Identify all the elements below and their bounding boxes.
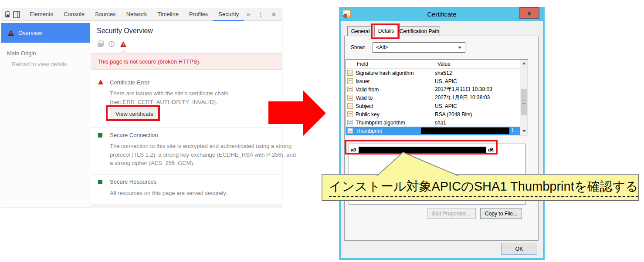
scrollbar-grip bbox=[522, 101, 525, 104]
panel-bottom-strip bbox=[91, 204, 282, 208]
field-name: Signature hash algorithm bbox=[356, 70, 435, 76]
field-icon bbox=[347, 95, 353, 101]
table-row[interactable]: Valid to2027年1月9日 10:38:03 bbox=[346, 94, 520, 102]
devtools-toolbar: ElementsConsoleSourcesNetworkTimelinePro… bbox=[1, 8, 282, 21]
cert-table-rows: Signature hash algorithmsha512IssuerUS, … bbox=[346, 69, 520, 135]
field-name: Thumbprint algorithm bbox=[356, 120, 435, 126]
warning-triangle-icon: ! bbox=[8, 30, 14, 36]
certificate-dialog: Certificate x General Details Certificat… bbox=[339, 7, 545, 260]
field-icon bbox=[347, 111, 353, 117]
show-dropdown-value: <All> bbox=[376, 44, 388, 50]
devtools-sidebar: ! Overview Main Origin Reload to view de… bbox=[1, 21, 90, 208]
field-icon bbox=[347, 78, 353, 84]
devtools-tab-elements[interactable]: Elements bbox=[24, 8, 58, 21]
screenshot-root: ElementsConsoleSourcesNetworkTimelinePro… bbox=[0, 0, 644, 262]
field-value: US, APIC bbox=[435, 103, 520, 109]
scrollbar-thumb[interactable] bbox=[521, 89, 527, 115]
reload-hint-label: Reload to view details bbox=[12, 61, 67, 67]
field-icon bbox=[347, 103, 353, 109]
inspect-element-icon[interactable] bbox=[5, 11, 10, 17]
view-certificate-button[interactable]: View certificate bbox=[110, 108, 159, 120]
red-arrow-head bbox=[303, 91, 326, 136]
tab-details[interactable]: Details bbox=[374, 25, 398, 37]
tab-certification-path[interactable]: Certification Path bbox=[399, 26, 440, 36]
thumbprint-prefix: a0 bbox=[351, 147, 356, 152]
section-divider bbox=[91, 128, 282, 128]
devtools-close-icon[interactable]: ✕ bbox=[269, 11, 282, 18]
devtools-tab-console[interactable]: Console bbox=[58, 8, 90, 21]
field-icon bbox=[347, 87, 353, 92]
copy-to-file-button[interactable]: Copy to File... bbox=[480, 208, 522, 219]
ok-button[interactable]: OK bbox=[501, 243, 537, 255]
redacted-value-bar bbox=[421, 128, 509, 134]
insecure-banner-text: This page is not secure (broken HTTPS). bbox=[98, 58, 200, 65]
sidebar-item-overview[interactable]: ! Overview bbox=[1, 23, 90, 43]
field-name: Issuer bbox=[356, 78, 435, 84]
cert-error-title: Certificate Error bbox=[110, 79, 149, 86]
more-options-icon[interactable]: ⋮ bbox=[253, 10, 269, 18]
sidebar-overview-label: Overview bbox=[18, 30, 42, 36]
devtools-tab-timeline[interactable]: Timeline bbox=[152, 8, 184, 21]
scroll-up-icon[interactable] bbox=[520, 60, 528, 67]
devtools-tab-security[interactable]: Security bbox=[213, 8, 244, 21]
tab-general[interactable]: General bbox=[347, 26, 373, 36]
dialog-close-button[interactable]: x bbox=[519, 7, 539, 19]
callout-text: インストール対象APICのSHA1 Thumbprintを確認する bbox=[329, 178, 638, 197]
table-header: Field Value bbox=[346, 60, 520, 69]
table-scrollbar[interactable] bbox=[520, 60, 528, 135]
column-divider bbox=[435, 60, 435, 68]
warning-triangle-icon[interactable]: ! bbox=[120, 41, 127, 47]
secure-resources-icon bbox=[98, 180, 102, 184]
column-header-field[interactable]: Field bbox=[357, 61, 368, 67]
edit-properties-button[interactable]: Edit Properties... bbox=[427, 208, 476, 219]
certificate-icon bbox=[343, 10, 351, 17]
security-overview-pane: Security Overview i ! This page is not s… bbox=[91, 21, 282, 208]
secure-connection-body: The connection to this site is encrypted… bbox=[110, 142, 300, 168]
show-label: Show: bbox=[351, 44, 365, 50]
secure-connection-title: Secure Connection bbox=[110, 132, 158, 138]
field-name: Public key bbox=[356, 111, 435, 118]
main-origin-label: Main Origin bbox=[7, 50, 36, 57]
callout-pointer bbox=[374, 151, 461, 176]
table-row[interactable]: Thumbprint algorithmsha1 bbox=[346, 118, 520, 127]
callout-note: インストール対象APICのSHA1 Thumbprintを確認する bbox=[322, 174, 639, 201]
table-row[interactable]: IssuerUS, APIC bbox=[346, 77, 520, 85]
field-icon bbox=[347, 120, 353, 125]
field-icon bbox=[347, 70, 353, 76]
dialog-titlebar: Certificate bbox=[341, 7, 543, 21]
device-toolbar-icon[interactable] bbox=[14, 11, 18, 18]
show-dropdown[interactable]: <All> bbox=[373, 42, 465, 53]
table-row[interactable]: Valid from2017年1月11日 10:38:03 bbox=[346, 85, 520, 94]
field-value: sha1 bbox=[435, 120, 520, 126]
devtools-tab-network[interactable]: Network bbox=[121, 8, 153, 21]
dialog-title: Certificate bbox=[427, 10, 457, 18]
red-arrow bbox=[268, 101, 304, 124]
secure-resources-body: All resources on this page are served se… bbox=[110, 189, 300, 198]
field-value: 2027年1月9日 10:38:03 bbox=[435, 94, 520, 101]
field-value: 2017年1月11日 10:38:03 bbox=[435, 86, 520, 93]
devtools-panel: ElementsConsoleSourcesNetworkTimelinePro… bbox=[1, 8, 282, 208]
column-header-value[interactable]: Value bbox=[437, 61, 451, 67]
info-icon: i bbox=[108, 41, 115, 47]
field-name: Valid to bbox=[356, 95, 435, 101]
table-row[interactable]: Public keyRSA (2048 Bits) bbox=[346, 110, 520, 118]
insecure-banner: This page is not secure (broken HTTPS). bbox=[91, 53, 282, 70]
table-row[interactable]: Signature hash algorithmsha512 bbox=[346, 69, 520, 77]
secure-connection-icon bbox=[98, 133, 102, 138]
section-divider bbox=[91, 174, 282, 175]
lock-icon bbox=[98, 40, 103, 47]
table-row[interactable]: Thumbprint1... bbox=[346, 127, 520, 135]
devtools-tabs: ElementsConsoleSourcesNetworkTimelinePro… bbox=[24, 8, 244, 21]
cert-error-icon bbox=[98, 80, 105, 85]
table-row[interactable]: SubjectUS, APIC bbox=[346, 102, 520, 110]
field-name: Subject bbox=[356, 103, 435, 109]
devtools-tab-profiles[interactable]: Profiles bbox=[184, 8, 213, 21]
scroll-down-icon[interactable] bbox=[520, 128, 528, 135]
field-value: US, APIC bbox=[435, 78, 520, 84]
cert-error-body: There are issues with the site's certifi… bbox=[110, 89, 285, 106]
overflow-chevron-icon[interactable]: » bbox=[244, 11, 253, 18]
redacted-value-suffix: 1... bbox=[511, 128, 519, 134]
field-value: RSA (2048 Bits) bbox=[435, 111, 520, 118]
secure-resources-title: Secure Resources bbox=[110, 178, 156, 185]
devtools-tab-sources[interactable]: Sources bbox=[90, 8, 121, 21]
